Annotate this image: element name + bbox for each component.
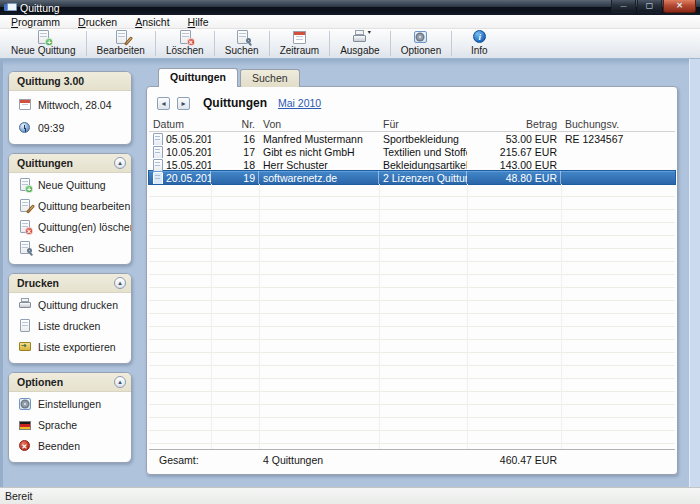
delete-receipt-icon (176, 30, 194, 45)
table-row[interactable]: 05.05.2010 16 Manfred Mustermann Sportbe… (149, 132, 675, 145)
toolbar-separator (86, 31, 87, 56)
column-header-fuer[interactable]: Für (379, 118, 467, 130)
previous-month-button[interactable] (157, 97, 170, 110)
sidebar-optionen-header: Optionen (9, 373, 131, 392)
collapse-button[interactable] (114, 376, 126, 388)
print-receipt-icon (18, 298, 32, 312)
sidebar-item-einstellungen[interactable]: Einstellungen (9, 395, 131, 413)
sidebar-item-suchen[interactable]: Suchen (9, 239, 131, 257)
calendar-icon (290, 30, 308, 45)
window-controls (610, 0, 696, 13)
tab-quittungen[interactable]: Quittungen (158, 68, 238, 87)
document-icon (153, 146, 163, 158)
delete-button[interactable]: Löschen (157, 29, 213, 58)
close-button[interactable] (663, 0, 696, 13)
edit-button[interactable]: Bearbeiten (88, 29, 154, 58)
german-flag-icon (18, 418, 32, 432)
current-date: Mittwoch, 28.04 (9, 96, 131, 114)
sidebar-item-neue-quittung[interactable]: Neue Quittung (9, 176, 131, 194)
sidebar-item-quittung-bearbeiten[interactable]: Quittung bearbeiten (9, 197, 131, 215)
list-header-row: Quittungen Mai 2010 (147, 87, 677, 115)
new-receipt-icon (34, 30, 52, 45)
list-heading: Quittungen (203, 96, 267, 110)
settings-icon (18, 397, 32, 411)
next-month-button[interactable] (177, 97, 190, 110)
toolbar-separator (390, 31, 391, 56)
table-row[interactable]: 10.05.2010 17 Gibt es nicht GmbH Textili… (149, 145, 675, 158)
maximize-icon (646, 1, 654, 10)
sidebar-item-quittung-drucken[interactable]: Quittung drucken (9, 296, 131, 314)
search-icon (18, 241, 32, 255)
table-row-selected[interactable]: 20.05.2010 19 softwarenetz.de 2 Lizenzen… (149, 171, 675, 184)
sidebar-panel-optionen: Optionen Einstellungen Sprache Beenden (8, 372, 132, 463)
tab-bar: Quittungen Suchen (146, 69, 678, 87)
sidebar-panel-info: Quittung 3.00 Mittwoch, 28.04 09:39 (8, 71, 132, 145)
sidebar-info-header: Quittung 3.00 (9, 72, 131, 91)
menubar: Programm Drucken Ansicht Hilfe (0, 15, 700, 29)
receipt-count: 4 Quittungen (259, 454, 467, 466)
toolbar: Neue Quittung Bearbeiten Löschen Suchen … (0, 29, 700, 59)
sidebar-panel-drucken: Drucken Quittung drucken Liste drucken L… (8, 273, 132, 364)
search-icon (233, 30, 251, 45)
menu-ansicht[interactable]: Ansicht (126, 15, 178, 29)
sidebar-item-liste-drucken[interactable]: Liste drucken (9, 317, 131, 335)
totals-row: Gesamt: 4 Quittungen 460.47 EUR (149, 449, 675, 474)
total-label: Gesamt: (149, 454, 259, 466)
column-header-datum[interactable]: Datum (149, 118, 211, 130)
menu-programm[interactable]: Programm (2, 15, 69, 29)
minimize-button[interactable] (611, 0, 636, 13)
menu-drucken[interactable]: Drucken (69, 15, 126, 29)
minimize-icon (621, 1, 627, 10)
statusbar: Bereit (0, 487, 700, 504)
edit-receipt-icon (112, 30, 130, 45)
maximize-button[interactable] (637, 0, 662, 13)
sidebar-panel-quittungen: Quittungen Neue Quittung Quittung bearbe… (8, 153, 132, 265)
total-amount: 460.47 EUR (467, 454, 561, 466)
sidebar-item-quittungen-loeschen[interactable]: Quittung(en) löschen (9, 218, 131, 236)
window-left-border (0, 59, 3, 487)
info-button[interactable]: Info (453, 29, 505, 58)
titlebar[interactable]: Quittung (0, 0, 700, 15)
toolbar-separator (155, 31, 156, 56)
collapse-button[interactable] (114, 157, 126, 169)
search-button[interactable]: Suchen (216, 29, 268, 58)
new-receipt-icon (18, 178, 32, 192)
column-header-nr[interactable]: Nr. (211, 118, 259, 130)
collapse-button[interactable] (114, 277, 126, 289)
sidebar-item-liste-exportieren[interactable]: Liste exportieren (9, 338, 131, 356)
new-receipt-button[interactable]: Neue Quittung (2, 29, 85, 58)
column-header-buchungsv[interactable]: Buchungsv. (561, 118, 675, 130)
sidebar-drucken-header: Drucken (9, 274, 131, 293)
current-time: 09:39 (9, 119, 131, 137)
content-area: Quittung 3.00 Mittwoch, 28.04 09:39 Quit… (0, 59, 700, 487)
toolbar-separator (269, 31, 270, 56)
options-button[interactable]: Optionen (392, 29, 451, 58)
period-button[interactable]: Zeitraum (271, 29, 328, 58)
calendar-icon (18, 98, 32, 112)
main-area: Quittungen Suchen Quittungen Mai 2010 Da… (146, 59, 678, 475)
sidebar-item-beenden[interactable]: Beenden (9, 437, 131, 455)
column-header-betrag[interactable]: Betrag (467, 118, 561, 130)
window-right-border (689, 59, 700, 487)
table-row[interactable]: 15.05.2010 18 Herr Schuster Bekleidungsa… (149, 158, 675, 171)
app-version-label: Quittung 3.00 (17, 75, 84, 87)
receipts-panel: Quittungen Mai 2010 Datum Nr. Von Für Be… (146, 86, 678, 475)
toolbar-separator (451, 31, 452, 56)
info-icon (470, 30, 488, 45)
window-title: Quittung (20, 2, 60, 14)
tab-suchen[interactable]: Suchen (240, 69, 300, 87)
toolbar-separator (214, 31, 215, 56)
empty-rows-area (149, 184, 675, 449)
export-list-icon (18, 340, 32, 354)
column-header-von[interactable]: Von (259, 118, 379, 130)
table-header: Datum Nr. Von Für Betrag Buchungsv. (149, 117, 675, 132)
sidebar-quittungen-header: Quittungen (9, 154, 131, 173)
close-icon (676, 1, 683, 10)
output-button[interactable]: Ausgabe (331, 29, 388, 58)
sidebar-item-sprache[interactable]: Sprache (9, 416, 131, 434)
clock-icon (18, 121, 32, 135)
document-icon (153, 172, 163, 184)
sidebar: Quittung 3.00 Mittwoch, 28.04 09:39 Quit… (8, 71, 132, 487)
period-link[interactable]: Mai 2010 (278, 97, 321, 109)
menu-hilfe[interactable]: Hilfe (179, 15, 218, 29)
